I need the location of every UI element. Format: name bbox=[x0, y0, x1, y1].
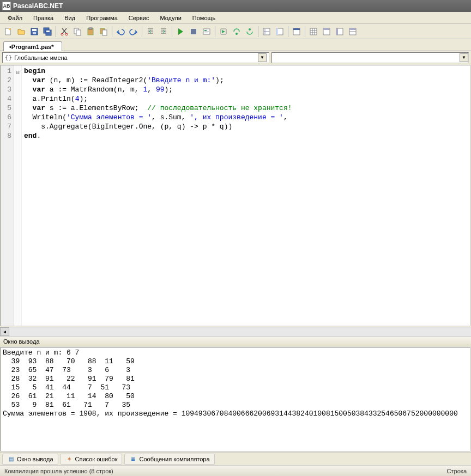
toggle-a-button[interactable] bbox=[261, 26, 273, 38]
toolbar-separator bbox=[215, 26, 215, 37]
cut-button[interactable] bbox=[58, 26, 70, 38]
save-icon bbox=[30, 27, 39, 36]
save-all-button[interactable] bbox=[41, 26, 53, 38]
into-button[interactable] bbox=[218, 26, 230, 38]
status-left: Компиляция прошла успешно (8 строк) bbox=[4, 468, 113, 474]
chevron-down-icon[interactable]: ▼ bbox=[460, 53, 468, 62]
bottom-tab-список-ошибок[interactable]: ✶Список ошибок bbox=[61, 454, 123, 465]
bottom-tab-окно-вывода[interactable]: ▤Окно вывода bbox=[2, 454, 58, 465]
save-button[interactable] bbox=[28, 26, 40, 38]
tab-icon: ▤ bbox=[7, 455, 15, 463]
bottom-tab-сообщения-компилятора[interactable]: ≣Сообщения компилятора bbox=[124, 454, 214, 465]
toolbar-separator bbox=[172, 26, 172, 37]
svg-rect-7 bbox=[46, 30, 50, 32]
toggle-b-icon bbox=[275, 27, 284, 36]
toolbar bbox=[0, 24, 471, 39]
code-area[interactable]: begin var (n, m) := ReadInteger2('Введит… bbox=[22, 65, 470, 326]
tbl-a-button[interactable] bbox=[321, 26, 333, 38]
tbl-c-icon bbox=[348, 27, 357, 36]
run-button[interactable] bbox=[174, 26, 186, 38]
over-button[interactable] bbox=[231, 26, 243, 38]
chevron-down-icon[interactable]: ▼ bbox=[258, 53, 267, 62]
bottom-tab-bar: ▤Окно вывода✶Список ошибок≣Сообщения ком… bbox=[0, 452, 471, 465]
svg-rect-34 bbox=[349, 28, 356, 30]
toolbar-separator bbox=[258, 26, 258, 37]
app-title: PascalABC.NET bbox=[13, 2, 63, 10]
toolbar-separator bbox=[112, 26, 112, 37]
menu-файл[interactable]: Файл bbox=[2, 14, 28, 22]
toolbar-separator bbox=[288, 26, 288, 37]
code-editor[interactable]: 1 2 3 4 5 6 7 8 ⊟ begin var (n, m) := Re… bbox=[1, 65, 470, 326]
svg-rect-28 bbox=[310, 28, 317, 35]
output-panel[interactable]: Введите n и m: 6 7 39 93 88 70 88 11 59 … bbox=[1, 347, 470, 451]
svg-rect-15 bbox=[102, 30, 107, 35]
toggle-a-icon bbox=[262, 27, 271, 36]
scroll-left-icon[interactable]: ◄ bbox=[0, 327, 9, 336]
indent-left-button[interactable] bbox=[144, 26, 156, 38]
grid-icon bbox=[309, 27, 318, 36]
svg-point-22 bbox=[249, 28, 251, 30]
menu-помощь[interactable]: Помощь bbox=[187, 14, 221, 22]
menu-вид[interactable]: Вид bbox=[59, 14, 81, 22]
indent-left-icon bbox=[146, 27, 155, 36]
run-icon bbox=[176, 27, 185, 36]
new-file-button[interactable] bbox=[2, 26, 14, 38]
svg-rect-20 bbox=[204, 33, 208, 33]
new-file-icon bbox=[4, 27, 13, 36]
member-dropdown[interactable]: ▼ bbox=[271, 52, 469, 63]
tab-bar: •Program1.pas* bbox=[0, 39, 471, 51]
toolbar-separator bbox=[305, 26, 305, 37]
redo-button[interactable] bbox=[128, 26, 140, 38]
tbl-a-icon bbox=[322, 27, 331, 36]
file-tab[interactable]: •Program1.pas* bbox=[3, 41, 62, 51]
svg-rect-25 bbox=[276, 28, 278, 35]
status-bar: Компиляция прошла успешно (8 строк) Стро… bbox=[0, 465, 471, 476]
copy-button[interactable] bbox=[71, 26, 83, 38]
undo-icon bbox=[116, 27, 125, 36]
scope-dropdown[interactable]: {} Глобальные имена ▼ bbox=[2, 52, 269, 63]
horizontal-scrollbar[interactable]: ◄ bbox=[0, 327, 471, 336]
app-icon: AB bbox=[2, 2, 11, 10]
svg-rect-30 bbox=[323, 28, 330, 30]
stop-button[interactable] bbox=[188, 26, 200, 38]
fold-column[interactable]: ⊟ bbox=[14, 65, 22, 326]
undo-button[interactable] bbox=[114, 26, 126, 38]
over-icon bbox=[232, 27, 241, 36]
redo-icon bbox=[129, 27, 138, 36]
svg-rect-18 bbox=[204, 30, 207, 31]
window-icon bbox=[292, 27, 301, 36]
svg-rect-16 bbox=[191, 29, 196, 34]
tbl-b-button[interactable] bbox=[334, 26, 346, 38]
menu-сервис[interactable]: Сервис bbox=[123, 14, 155, 22]
svg-point-21 bbox=[235, 33, 238, 35]
menu-программа[interactable]: Программа bbox=[81, 14, 123, 22]
scope-row: {} Глобальные имена ▼ ▼ bbox=[0, 51, 471, 64]
svg-rect-19 bbox=[204, 32, 209, 32]
open-file-button[interactable] bbox=[15, 26, 27, 38]
toggle-b-button[interactable] bbox=[274, 26, 286, 38]
svg-rect-4 bbox=[33, 32, 36, 34]
tab-icon: ≣ bbox=[129, 455, 137, 463]
paste-button[interactable] bbox=[84, 26, 96, 38]
window-button[interactable] bbox=[291, 26, 303, 38]
open-file-icon bbox=[17, 27, 26, 36]
indent-right-button[interactable] bbox=[158, 26, 170, 38]
out-button[interactable] bbox=[244, 26, 256, 38]
grid-button[interactable] bbox=[307, 26, 319, 38]
tbl-c-button[interactable] bbox=[347, 26, 359, 38]
into-icon bbox=[219, 27, 228, 36]
toolbar-separator bbox=[142, 26, 142, 37]
multi-paste-icon bbox=[99, 27, 108, 36]
multi-paste-button[interactable] bbox=[98, 26, 110, 38]
line-gutter: 1 2 3 4 5 6 7 8 bbox=[1, 65, 14, 326]
svg-rect-32 bbox=[336, 28, 338, 35]
menu-bar: ФайлПравкаВидПрограммаСервисМодулиПомощь bbox=[0, 12, 471, 24]
tab-icon: ✶ bbox=[65, 455, 73, 463]
svg-rect-3 bbox=[32, 29, 37, 31]
step-button[interactable] bbox=[201, 26, 213, 38]
tbl-b-icon bbox=[335, 27, 344, 36]
svg-rect-13 bbox=[89, 28, 92, 29]
out-icon bbox=[245, 27, 254, 36]
menu-модули[interactable]: Модули bbox=[154, 14, 186, 22]
menu-правка[interactable]: Правка bbox=[28, 14, 59, 22]
